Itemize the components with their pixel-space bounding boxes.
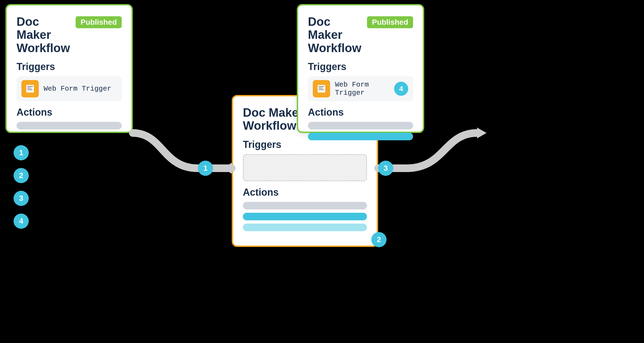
legend-badge-1: 1 (14, 145, 29, 160)
center-action-bar-3 (243, 224, 367, 231)
center-action-bar-1 (243, 202, 367, 209)
right-trigger-item: Web Form Trigger 4 (308, 76, 413, 101)
right-triggers-label: Triggers (308, 61, 413, 72)
right-actions-label: Actions (308, 107, 413, 118)
left-card-header: Doc MakerWorkflow Published (17, 15, 122, 56)
right-action-bar-1 (308, 122, 413, 129)
right-card-header: Doc MakerWorkflow Published (308, 15, 413, 56)
svg-rect-6 (27, 89, 33, 90)
svg-rect-10 (318, 88, 323, 88)
right-status-badge: Published (367, 16, 413, 28)
legend-badge-3: 3 (14, 191, 29, 206)
center-actions-label: Actions (243, 187, 367, 198)
badge-1-connector: 1 (198, 161, 213, 176)
right-trigger-label: Web Form Trigger (335, 81, 389, 97)
svg-rect-11 (318, 89, 324, 90)
legend: 1 2 3 4 (14, 145, 29, 229)
center-triggers-label: Triggers (243, 139, 367, 150)
legend-badge-2: 2 (14, 168, 29, 183)
svg-rect-9 (318, 86, 324, 87)
svg-rect-4 (27, 86, 33, 87)
left-triggers-label: Triggers (17, 61, 122, 72)
left-trigger-item: Web Form Trigger (17, 76, 122, 101)
left-actions-label: Actions (17, 107, 122, 118)
right-card-title: Doc MakerWorkflow (308, 15, 367, 55)
left-trigger-icon (21, 80, 39, 97)
left-status-badge: Published (76, 16, 122, 28)
center-card-title: Doc MakerWorkflow (243, 106, 303, 132)
svg-marker-1 (477, 128, 487, 138)
center-trigger-empty (243, 154, 367, 181)
legend-badge-4: 4 (14, 214, 29, 229)
left-action-bar (17, 122, 122, 129)
right-card: Doc MakerWorkflow Published Triggers Web… (297, 4, 424, 133)
svg-rect-5 (27, 88, 31, 88)
right-trigger-badge: 4 (394, 82, 408, 96)
svg-marker-0 (222, 163, 232, 174)
left-trigger-label: Web Form Trigger (44, 85, 111, 93)
badge-3-connector: 3 (378, 161, 393, 176)
badge-2-connector: 2 (371, 232, 387, 247)
left-card-title: Doc MakerWorkflow (17, 15, 76, 55)
right-action-bar-2 (308, 133, 413, 140)
right-trigger-icon (313, 80, 330, 97)
left-card: Doc MakerWorkflow Published Triggers Web… (5, 4, 133, 133)
center-action-bar-2 (243, 213, 367, 220)
